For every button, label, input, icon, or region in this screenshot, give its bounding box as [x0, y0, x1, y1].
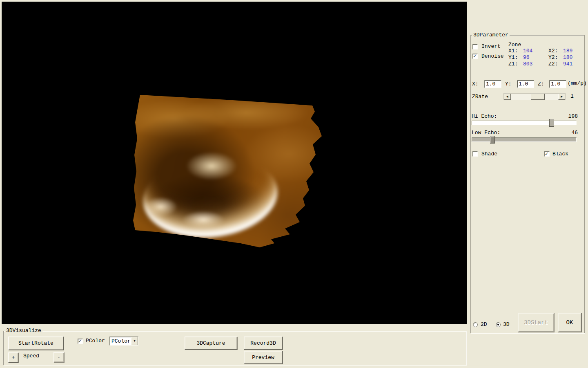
parameter-group-title: 3DParameter	[472, 32, 510, 38]
pcolor-dropdown[interactable]: PColor ▼	[109, 337, 138, 346]
mode-2d-label: 2D	[481, 322, 487, 328]
render-viewport[interactable]	[2, 2, 467, 324]
zone-y2-label: Y2:	[548, 54, 563, 61]
preview-button[interactable]: Preview	[244, 351, 283, 364]
ok-button[interactable]: OK	[558, 313, 581, 332]
low-echo-thumb[interactable]	[490, 136, 495, 144]
zone-y2-value: 180	[563, 54, 582, 61]
speed-plus-button[interactable]: +	[8, 352, 18, 363]
low-echo-value: 46	[561, 130, 578, 136]
black-label: Black	[552, 151, 568, 157]
x-scale-label: X:	[472, 81, 479, 87]
y-scale-label: Y:	[505, 81, 512, 87]
zone-z1-value: 803	[523, 61, 548, 67]
zrate-right-arrow-icon[interactable]: ►	[558, 94, 565, 100]
scale-unit-label: (mm/p)	[568, 81, 587, 86]
zone-values: X1: 104 X2: 189 Y1: 96 Y2: 180 Z1: 803 Z…	[508, 48, 582, 67]
zrate-label: ZRate	[472, 94, 488, 100]
zrate-left-arrow-icon[interactable]: ◄	[504, 94, 511, 100]
z-scale-label: Z:	[538, 81, 544, 87]
invert-label: Invert	[481, 44, 501, 49]
denoise-checkbox[interactable]	[472, 54, 478, 59]
app-window: { "colors": { "window_bg": "#ece9d8", "v…	[0, 0, 588, 368]
chevron-down-icon[interactable]: ▼	[131, 337, 138, 345]
pcolor-dropdown-value: PColor	[110, 338, 131, 344]
shade-checkbox[interactable]	[472, 151, 478, 157]
pcolor-label: PColor	[86, 338, 105, 344]
zrate-value: 1	[570, 94, 574, 99]
pcolor-checkbox[interactable]	[78, 339, 83, 344]
denoise-label: Denoise	[481, 54, 504, 59]
zone-x2-value: 189	[563, 48, 582, 54]
zrate-scrollbar[interactable]: ◄ ►	[503, 93, 566, 100]
ultrasound-volume-render	[133, 93, 323, 249]
low-echo-slider[interactable]	[472, 137, 577, 142]
speed-label: Speed	[23, 353, 39, 359]
hi-echo-thumb[interactable]	[549, 119, 554, 127]
invert-checkbox[interactable]	[472, 44, 478, 49]
zone-x1-label: X1:	[508, 48, 523, 54]
visualize-group-title: 3DVisualize	[5, 328, 42, 334]
hi-echo-value: 198	[561, 114, 578, 119]
mode-3d-label: 3D	[503, 322, 510, 328]
hi-echo-label: Hi Echo:	[472, 114, 497, 119]
mode-2d-radio[interactable]	[473, 322, 478, 327]
zone-x1-value: 104	[523, 48, 548, 54]
zone-title: Zone	[508, 42, 521, 48]
shade-label: Shade	[481, 151, 497, 157]
speed-minus-button[interactable]: -	[53, 352, 64, 362]
zone-z2-label: Z2:	[548, 61, 563, 67]
low-echo-label: Low Echo:	[472, 130, 500, 136]
record-3d-button[interactable]: Record3D	[244, 337, 283, 350]
zone-z2-value: 941	[563, 61, 582, 67]
zone-y1-label: Y1:	[508, 54, 523, 61]
mode-3d-radio[interactable]	[496, 322, 501, 327]
x-scale-input[interactable]	[484, 80, 501, 88]
y-scale-input[interactable]	[517, 80, 534, 88]
start-rotate-button[interactable]: StartRotate	[8, 337, 64, 350]
start-3d-button[interactable]: 3DStart	[518, 313, 554, 332]
zone-x2-label: X2:	[548, 48, 563, 54]
hi-echo-slider[interactable]	[472, 121, 577, 125]
zrate-thumb[interactable]	[531, 94, 545, 100]
zone-z1-label: Z1:	[508, 61, 523, 67]
z-scale-input[interactable]	[549, 80, 566, 88]
capture-3d-button[interactable]: 3DCapture	[185, 337, 237, 350]
zone-y1-value: 96	[523, 54, 548, 61]
black-checkbox[interactable]	[544, 151, 550, 157]
